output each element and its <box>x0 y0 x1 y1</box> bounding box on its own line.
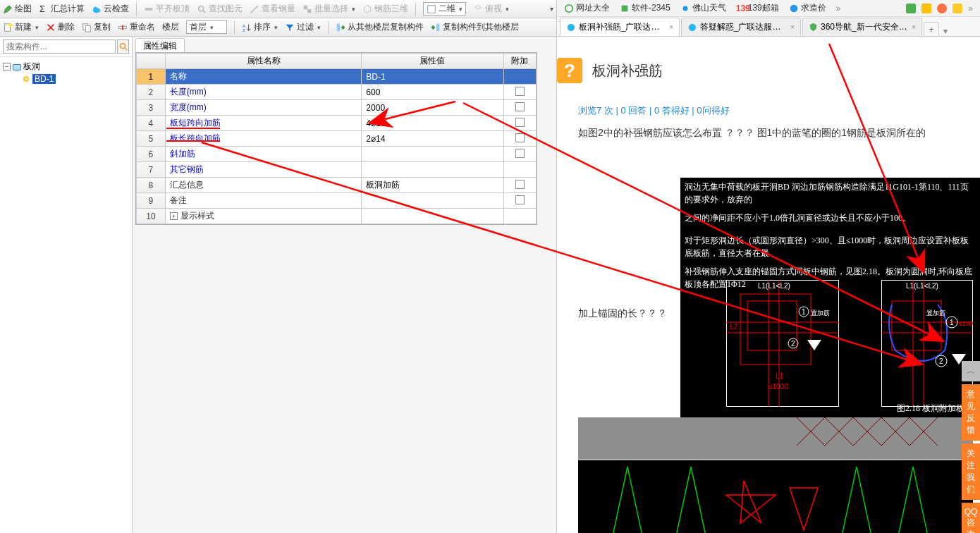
cad-text-line: 对于矩形洞边长（或圆形洞直径）>300、且≤1000时，板洞周边应设置补板板底板… <box>680 231 980 262</box>
view-2d-dropdown[interactable]: 二维 <box>423 2 466 16</box>
rebar-3d-button[interactable]: 钢筋三维 <box>362 3 408 15</box>
property-extra-cell[interactable] <box>503 162 536 178</box>
bookmark-item[interactable]: 佛山天气 <box>680 2 726 14</box>
sort-button[interactable]: AZ 排序 <box>242 21 278 33</box>
topview-button[interactable]: 俯视 <box>473 3 509 15</box>
chat-icon <box>566 23 576 32</box>
tab-menu-chevron[interactable]: ▾ <box>943 26 948 36</box>
ext-icon[interactable] <box>937 4 947 13</box>
toolbar-divider <box>136 3 137 16</box>
copy-from-floor-button[interactable]: 从其他楼层复制构件 <box>336 21 424 33</box>
bookmark-more-chevron[interactable]: » <box>836 4 841 13</box>
property-value-cell[interactable]: 板洞加筋 <box>362 178 503 193</box>
expand-toggle[interactable]: + <box>170 212 178 220</box>
property-row[interactable]: 2长度(mm)600 <box>137 85 537 100</box>
property-row[interactable]: 10+显示样式 <box>137 209 537 224</box>
property-row-number: 7 <box>137 162 166 178</box>
copy-button[interactable]: 复制 <box>82 21 111 33</box>
follow-button[interactable]: 关注我们 <box>962 443 980 500</box>
toolbar-more-chevron[interactable]: ▾ <box>550 5 553 13</box>
property-value-cell[interactable]: 2000 <box>362 100 503 116</box>
cad-figure-bottom <box>578 417 973 533</box>
level-button[interactable]: 平齐板顶 <box>144 3 190 15</box>
search-button[interactable] <box>117 39 129 54</box>
property-value-cell[interactable]: BD-1 <box>362 69 503 85</box>
property-row[interactable]: 7其它钢筋 <box>137 162 537 178</box>
floor-dropdown[interactable]: 首层 <box>186 20 227 34</box>
floor-label: 楼层 <box>162 21 179 33</box>
tree-toggle[interactable]: − <box>3 63 11 71</box>
checkbox[interactable] <box>515 149 525 158</box>
property-extra-cell[interactable] <box>503 131 536 147</box>
svg-line-6 <box>251 5 259 13</box>
tab-close-button[interactable]: × <box>912 23 916 31</box>
sum-button[interactable]: Σ 汇总计算 <box>39 3 85 15</box>
checkbox[interactable] <box>515 87 525 96</box>
checkbox[interactable] <box>515 180 525 189</box>
scroll-top-button[interactable]: ︿ <box>962 361 980 381</box>
property-value-cell[interactable]: 4⌀16 <box>362 116 503 131</box>
property-value-cell[interactable] <box>362 162 503 178</box>
property-extra-cell[interactable] <box>503 69 536 85</box>
property-extra-cell[interactable] <box>503 100 536 116</box>
new-button[interactable]: 新建 <box>3 21 39 33</box>
delete-button[interactable]: 删除 <box>46 21 75 33</box>
browser-tab[interactable]: 板洞补强筋_广联达服务× <box>560 18 680 36</box>
steel-button[interactable]: 查看钢量 <box>250 3 295 15</box>
bookmark-item[interactable]: 网址大全 <box>564 2 610 14</box>
tree-node-child[interactable]: BD-1 <box>1 73 130 85</box>
rebar-icon <box>250 4 259 14</box>
property-row[interactable]: 1名称BD-1 <box>137 69 537 85</box>
copy-to-floor-button[interactable]: 复制构件到其他楼层 <box>431 21 519 33</box>
property-extra-cell[interactable] <box>503 193 536 209</box>
property-value-cell[interactable] <box>362 147 503 162</box>
browser-window: 网址大全 软件-2345 佛山天气 139139邮箱 求造价 » » 板洞补强筋… <box>557 0 980 533</box>
find-button[interactable]: 查找图元 <box>197 3 243 15</box>
checkbox[interactable] <box>515 102 525 111</box>
property-extra-cell[interactable] <box>503 85 536 100</box>
tab-close-button[interactable]: × <box>669 23 673 31</box>
checkbox[interactable] <box>515 133 525 142</box>
browser-tab[interactable]: 360导航_新一代安全上网× <box>802 18 922 36</box>
property-tab[interactable]: 属性编辑 <box>135 38 185 54</box>
property-value-cell[interactable]: 600 <box>362 85 503 100</box>
property-row[interactable]: 4板短跨向加筋4⌀16 <box>137 116 537 131</box>
property-extra-cell[interactable] <box>503 147 536 162</box>
svg-text:Σ: Σ <box>39 4 45 14</box>
property-row[interactable]: 9备注 <box>137 193 537 209</box>
draw-button[interactable]: 绘图 <box>3 3 32 15</box>
property-extra-cell[interactable] <box>503 178 536 193</box>
ext-icon[interactable] <box>921 4 931 13</box>
property-row[interactable]: 8汇总信息板洞加筋 <box>137 178 537 193</box>
checkbox[interactable] <box>515 195 525 204</box>
bookmark-item[interactable]: 软件-2345 <box>620 2 670 14</box>
property-extra-cell[interactable] <box>503 116 536 131</box>
side-buttons: ︿ 意见反馈 关注我们 QQ咨询 <box>962 361 980 533</box>
ext-more-chevron[interactable]: » <box>968 4 973 13</box>
search-input[interactable] <box>3 39 116 54</box>
bookmark-item[interactable]: 求造价 <box>789 2 826 14</box>
property-value-cell[interactable] <box>362 193 503 209</box>
tab-close-button[interactable]: × <box>790 23 795 31</box>
ext-icon[interactable] <box>953 4 962 13</box>
filter-button[interactable]: 过滤 <box>285 21 321 33</box>
property-row[interactable]: 6斜加筋 <box>137 147 537 162</box>
browser-tab[interactable]: 答疑解惑_广联达服务新× <box>681 18 801 36</box>
ext-icon[interactable] <box>906 4 916 13</box>
property-row[interactable]: 5板长跨向加筋2⌀14 <box>137 131 537 147</box>
new-tab-button[interactable]: + <box>924 22 939 36</box>
bookmark-item[interactable]: 139139邮箱 <box>736 2 779 14</box>
question-body-line: 如图2中的补强钢筋应该怎么布置 ？？？ 图1中的蓝笔的圈的1钢筋是板洞所在的 <box>578 127 980 140</box>
property-value-cell[interactable] <box>362 209 503 224</box>
property-value-cell[interactable]: 2⌀14 <box>362 131 503 147</box>
new-icon <box>3 23 13 32</box>
feedback-button[interactable]: 意见反馈 <box>962 384 980 441</box>
tree-node-root[interactable]: − 板洞 <box>1 60 130 73</box>
checkbox[interactable] <box>515 118 525 127</box>
batch-select-button[interactable]: 批量选择 <box>302 3 355 15</box>
property-row[interactable]: 3宽度(mm)2000 <box>137 100 537 116</box>
cloud-check-button[interactable]: 云检查 <box>92 3 129 15</box>
rename-button[interactable]: 重命名 <box>118 21 155 33</box>
property-extra-cell[interactable] <box>503 209 536 224</box>
qq-button[interactable]: QQ咨询 <box>962 503 980 533</box>
